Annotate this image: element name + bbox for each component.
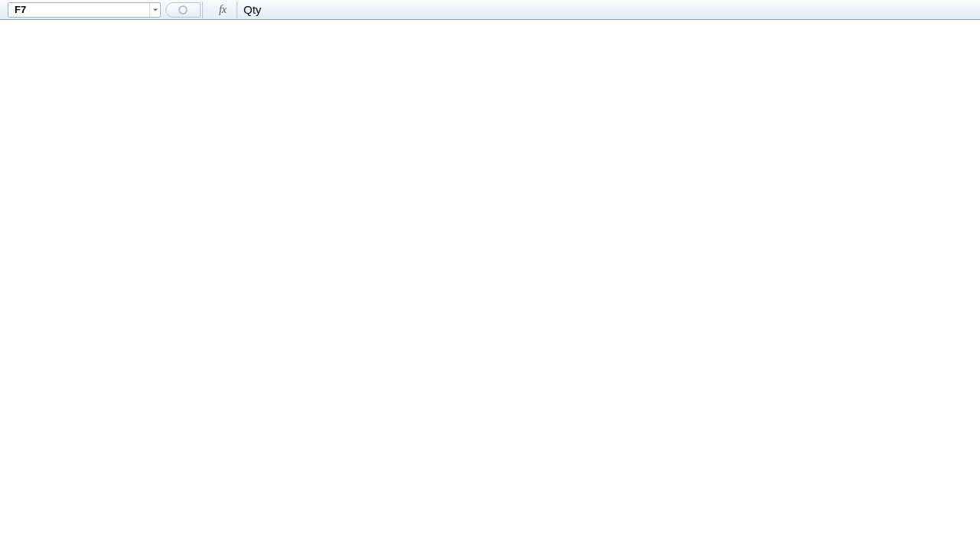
separator (202, 2, 203, 18)
fx-icon[interactable]: fx (211, 4, 235, 16)
name-box[interactable] (8, 2, 161, 18)
svg-point-0 (179, 6, 187, 14)
formula-bar: fx (0, 0, 980, 20)
formula-input[interactable] (239, 2, 980, 18)
separator (237, 2, 237, 18)
name-box-input[interactable] (8, 3, 149, 17)
name-box-dropdown-icon[interactable] (149, 3, 160, 17)
formula-bar-expand-handle[interactable] (165, 2, 201, 18)
